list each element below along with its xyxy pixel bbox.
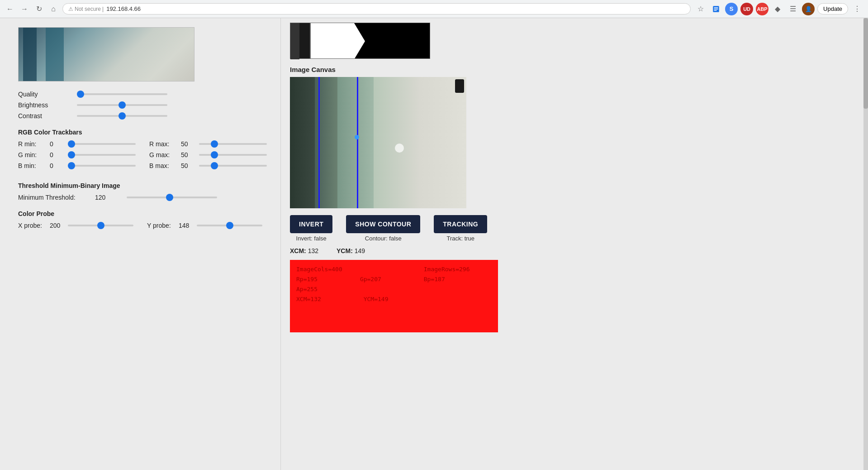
contour-status: Contour: false	[365, 235, 402, 242]
r-min-slider[interactable]	[68, 143, 136, 145]
info-line2: ImageRows=296	[424, 266, 470, 273]
g-max-slider[interactable]	[199, 154, 267, 156]
b-max-slider[interactable]	[199, 165, 267, 167]
color-probe-title: Color Probe	[18, 210, 262, 217]
ud-button[interactable]: UD	[740, 3, 753, 15]
threshold-section-title: Threshold Minimum-Binary Image	[18, 182, 262, 189]
not-secure-indicator: ⚠ Not secure |	[68, 6, 104, 12]
y-probe-slider[interactable]	[197, 225, 262, 226]
info-text: ImageCols=400 ImageRows=296 Rp=195 Gp=20…	[296, 264, 492, 304]
binary-images-container	[290, 23, 430, 59]
tracking-button[interactable]: TRACKING	[434, 215, 487, 233]
s-button[interactable]: S	[725, 3, 738, 15]
avatar-button[interactable]: 👤	[802, 3, 815, 15]
g-max-row: G max: 50	[149, 151, 267, 158]
edit-icon-button[interactable]	[710, 3, 722, 15]
canvas-right-area	[374, 77, 466, 208]
y-probe-value: 148	[179, 222, 192, 229]
min-threshold-row: Minimum Threshold: 120	[18, 194, 262, 201]
scrollbar-thumb[interactable]	[863, 18, 868, 109]
url-text: 192.168.4.66	[106, 5, 141, 12]
r-max-value: 50	[181, 140, 194, 148]
brightness-row: Brightness	[18, 101, 262, 109]
y-probe-label: Y probe:	[147, 222, 174, 229]
xcm-label: XCM:	[290, 247, 306, 254]
update-button[interactable]: Update	[817, 3, 848, 14]
info-line1: ImageCols=400	[296, 266, 342, 273]
brightness-label: Brightness	[18, 101, 72, 109]
xcm-ycm-row: XCM: 132 YCM: 149	[290, 247, 859, 254]
contrast-row: Contrast	[18, 112, 262, 120]
info-line8: YCM=149	[364, 296, 389, 302]
ycm-label-value: YCM: 149	[337, 247, 365, 254]
r-min-row: R min: 0	[18, 140, 136, 148]
r-max-label: R max:	[149, 140, 176, 148]
image-canvas	[290, 77, 466, 208]
invert-button[interactable]: INVERT	[290, 215, 332, 233]
r-max-row: R max: 50	[149, 140, 267, 148]
g-min-label: G min:	[18, 151, 45, 158]
tab-manager-button[interactable]: ☰	[787, 3, 799, 15]
blue-line-right	[357, 77, 358, 208]
left-panel: Quality Brightness Contrast RGB Color Tr…	[0, 18, 280, 470]
b-min-slider[interactable]	[68, 165, 136, 167]
r-min-value: 0	[50, 140, 63, 148]
quality-slider[interactable]	[77, 93, 167, 95]
image-canvas-label: Image Canvas	[290, 66, 859, 73]
scrollbar[interactable]	[863, 18, 868, 470]
r-max-slider[interactable]	[199, 143, 267, 145]
canvas-mid-area	[337, 77, 374, 208]
x-probe-row: X probe: 200 Y probe: 148	[18, 222, 262, 229]
min-threshold-slider[interactable]	[127, 197, 217, 198]
forward-button[interactable]: →	[19, 4, 30, 14]
invert-group: INVERT Invert: false	[290, 215, 332, 242]
g-max-label: G max:	[149, 151, 176, 158]
threshold-section: Threshold Minimum-Binary Image Minimum T…	[18, 182, 262, 201]
g-max-value: 50	[181, 151, 194, 158]
action-buttons-row: INVERT Invert: false SHOW CONTOUR Contou…	[290, 215, 859, 242]
address-bar[interactable]: ⚠ Not secure | 192.168.4.66	[62, 3, 691, 14]
abp-button[interactable]: ABP	[756, 3, 768, 15]
x-probe-slider[interactable]	[68, 225, 133, 226]
g-min-slider[interactable]	[68, 154, 136, 156]
show-contour-button[interactable]: SHOW CONTOUR	[346, 215, 420, 233]
browser-toolbar: ← → ↻ ⌂ ⚠ Not secure | 192.168.4.66 ☆ S …	[0, 0, 868, 18]
reload-button[interactable]: ↻	[33, 4, 44, 14]
xcm-label-value: XCM: 132	[290, 247, 318, 254]
b-max-label: B max:	[149, 162, 176, 169]
r-min-label: R min:	[18, 140, 45, 148]
contrast-label: Contrast	[18, 112, 72, 120]
contrast-slider[interactable]	[77, 115, 167, 117]
info-line3: Rp=195	[296, 276, 318, 283]
home-button[interactable]: ⌂	[48, 4, 59, 14]
x-probe-value: 200	[50, 222, 63, 229]
quality-brightness-contrast-section: Quality Brightness Contrast	[18, 91, 262, 120]
g-min-row: G min: 0	[18, 151, 136, 158]
ycm-label: YCM:	[337, 247, 353, 254]
bookmark-button[interactable]: ☆	[694, 3, 707, 15]
b-max-value: 50	[181, 162, 194, 169]
rgb-section: RGB Color Trackbars R min: 0 G min: 0	[18, 129, 262, 173]
rgb-max-column: R max: 50 G max: 50 B max: 50	[149, 140, 267, 173]
back-button[interactable]: ←	[5, 4, 15, 14]
canvas-dark-left	[290, 77, 315, 208]
svg-rect-1	[714, 7, 718, 8]
binary-thumb-dark	[290, 23, 310, 59]
preview-image	[18, 27, 194, 82]
svg-rect-2	[714, 9, 718, 10]
info-line5: Bp=187	[424, 276, 445, 283]
page-content: Quality Brightness Contrast RGB Color Tr…	[0, 18, 868, 470]
menu-button[interactable]: ⋮	[851, 3, 863, 15]
info-panel: ImageCols=400 ImageRows=296 Rp=195 Gp=20…	[290, 260, 498, 332]
b-min-value: 0	[50, 162, 63, 169]
b-min-row: B min: 0	[18, 162, 136, 169]
info-line6: Ap=255	[296, 286, 318, 293]
extensions-button[interactable]: ◆	[771, 3, 784, 15]
blue-dot	[355, 135, 359, 139]
top-images-row	[290, 23, 859, 59]
quality-row: Quality	[18, 91, 262, 98]
brightness-slider[interactable]	[77, 104, 167, 106]
corner-element	[455, 79, 464, 93]
rgb-section-title: RGB Color Trackbars	[18, 129, 262, 136]
min-threshold-value: 120	[95, 194, 109, 201]
